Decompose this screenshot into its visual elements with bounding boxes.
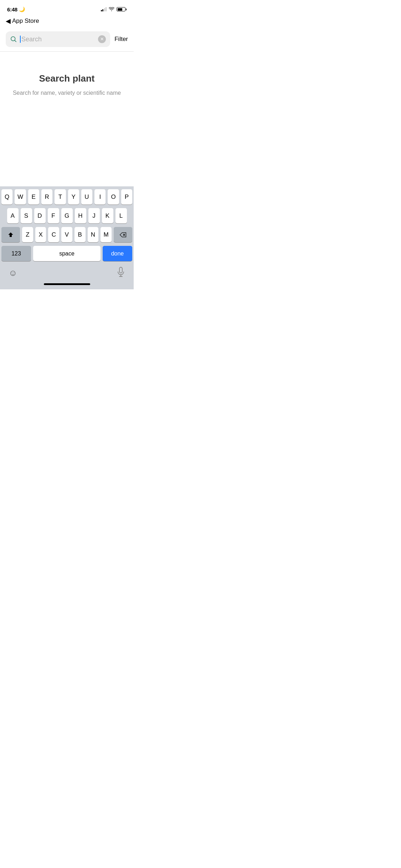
keyboard-row-2: A S D F G H J K L <box>1 208 132 223</box>
key-i[interactable]: I <box>94 189 106 205</box>
search-icon <box>10 36 17 43</box>
key-a[interactable]: A <box>7 208 19 223</box>
key-f[interactable]: F <box>48 208 59 223</box>
key-o[interactable]: O <box>108 189 119 205</box>
key-e[interactable]: E <box>28 189 39 205</box>
emoji-button[interactable]: ☺ <box>9 268 17 278</box>
key-j[interactable]: J <box>88 208 100 223</box>
key-u[interactable]: U <box>81 189 92 205</box>
page-subtitle: Search for name, variety or scientific n… <box>13 90 121 96</box>
key-b[interactable]: B <box>74 227 86 242</box>
close-icon: ✕ <box>100 37 104 41</box>
keyboard-row-bottom: 123 space done <box>1 246 132 261</box>
key-m[interactable]: M <box>101 227 112 242</box>
nav-back[interactable]: ◀ App Store <box>0 16 134 29</box>
key-z[interactable]: Z <box>22 227 33 242</box>
battery-icon <box>117 7 127 11</box>
status-time: 6:48 🌙 <box>7 6 25 12</box>
key-t[interactable]: T <box>55 189 66 205</box>
done-key[interactable]: done <box>103 246 132 261</box>
wifi-icon <box>109 7 114 11</box>
microphone-button[interactable] <box>117 267 125 279</box>
keyboard-row-1: Q W E R T Y U I O P <box>1 189 132 205</box>
key-g[interactable]: G <box>61 208 73 223</box>
key-x[interactable]: X <box>35 227 46 242</box>
search-placeholder: Search <box>21 36 42 43</box>
key-s[interactable]: S <box>21 208 32 223</box>
key-v[interactable]: V <box>61 227 72 242</box>
key-c[interactable]: C <box>48 227 59 242</box>
key-y[interactable]: Y <box>68 189 79 205</box>
numbers-key[interactable]: 123 <box>1 246 31 261</box>
key-w[interactable]: W <box>15 189 26 205</box>
status-bar: 6:48 🌙 <box>0 0 134 16</box>
text-cursor <box>20 36 21 43</box>
shift-key[interactable] <box>1 227 20 242</box>
filter-button[interactable]: Filter <box>114 36 128 43</box>
key-h[interactable]: H <box>75 208 86 223</box>
key-n[interactable]: N <box>88 227 99 242</box>
home-indicator <box>44 283 90 285</box>
key-q[interactable]: Q <box>1 189 12 205</box>
key-k[interactable]: K <box>102 208 113 223</box>
moon-icon: 🌙 <box>19 6 25 12</box>
svg-rect-1 <box>119 267 122 273</box>
page-title: Search plant <box>39 73 94 84</box>
search-area: Search ✕ Filter <box>0 29 134 51</box>
backspace-key[interactable] <box>114 227 132 242</box>
status-indicators <box>101 7 127 11</box>
search-clear-button[interactable]: ✕ <box>98 35 106 43</box>
back-arrow-icon: ◀ <box>6 17 11 25</box>
key-r[interactable]: R <box>41 189 52 205</box>
keyboard-row-3: Z X C V B N M <box>1 227 132 242</box>
search-input-container[interactable]: Search ✕ <box>6 31 110 47</box>
key-l[interactable]: L <box>115 208 127 223</box>
home-indicator-wrapper <box>1 282 132 289</box>
keyboard: Q W E R T Y U I O P A S D F G H J K L Z … <box>0 186 134 289</box>
back-label[interactable]: App Store <box>12 17 39 25</box>
key-d[interactable]: D <box>34 208 46 223</box>
main-content: Search plant Search for name, variety or… <box>0 52 134 103</box>
space-key[interactable]: space <box>33 246 101 261</box>
keyboard-accessory-row: ☺ <box>1 265 132 282</box>
key-p[interactable]: P <box>121 189 132 205</box>
signal-icon <box>101 7 107 11</box>
